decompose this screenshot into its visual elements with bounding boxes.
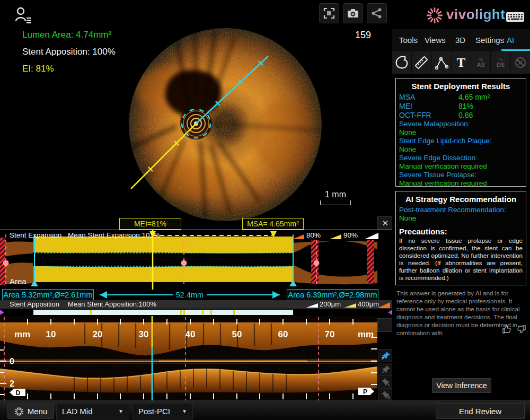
result-value-mei: 81% — [458, 102, 473, 111]
bottom-bar: Menu LAD Mid Post-PCI End Re — [0, 400, 530, 420]
apposition-bar — [33, 310, 293, 315]
angle-icon — [434, 55, 449, 70]
thumbs-down-icon — [516, 325, 526, 334]
apposition-strip — [0, 309, 392, 316]
recommendation-value: None — [399, 214, 523, 223]
chevron-down-icon — [182, 408, 187, 414]
recommendation-label: Post-treatment Recommendation: — [399, 206, 523, 214]
legend-400-label: 400μm — [358, 300, 379, 308]
angle-tool-button[interactable] — [432, 51, 451, 74]
strip-right-handle[interactable] — [388, 310, 392, 315]
thumbs-up-button[interactable] — [502, 325, 512, 336]
bookmark-delete-button[interactable] — [378, 388, 393, 401]
ruler-tick-70: 70 — [325, 329, 335, 339]
expansion-panel-close-button[interactable]: ✕ — [377, 216, 393, 230]
oct-cross-section-view[interactable] — [126, 25, 324, 224]
legend-400-wedge — [344, 303, 356, 308]
main-viewer: Lumen Area: 4.74mm² Stent Apposition: 10… — [0, 0, 392, 400]
share-icon — [371, 7, 383, 19]
area-axis-label: Area — [10, 277, 26, 286]
end-review-button[interactable]: End Review — [436, 403, 525, 419]
tab-ai[interactable]: AI — [507, 36, 514, 45]
svg-text:+: + — [382, 355, 384, 361]
result-label-octffr: OCT-FFR — [399, 111, 458, 120]
finding-label-edge-dissection: Severe Edge Dissection: — [399, 154, 523, 162]
lumen-area-readout: Lumen Area: 4.74mm² — [22, 27, 116, 43]
legend-100-wedge — [365, 233, 378, 239]
depth-tick-2: 2 — [10, 379, 14, 388]
vessel-segment-dropdown[interactable]: LAD Mid — [56, 403, 129, 419]
pushpin-delete-icon — [381, 390, 391, 400]
stent-expansion-panel[interactable]: Stent Expansion Mean Stent Expansion:101… — [0, 230, 392, 290]
keyboard-button[interactable] — [506, 11, 525, 23]
thumbs-down-button[interactable] — [516, 325, 526, 336]
area-stenosis-tool-button[interactable]: % AS — [471, 51, 490, 74]
patient-info-icon[interactable] — [14, 5, 34, 24]
ruler-tick-40: 40 — [186, 329, 196, 339]
precautions-body: If no severe tissue prolapse or edge dis… — [399, 237, 523, 282]
oct-review-app: Lumen Area: 4.74mm² Stent Apposition: 10… — [0, 0, 530, 420]
legend-200-wedge — [306, 303, 318, 308]
frame-number: 159 — [339, 30, 371, 41]
pushpin-add-icon: + — [381, 351, 391, 361]
distal-marker-label: D — [16, 389, 21, 397]
diameter-stenosis-tool-button[interactable]: % DS — [491, 51, 510, 74]
ruler-left-unit: mm — [14, 329, 30, 339]
view-inference-button[interactable]: View Inference — [432, 378, 491, 393]
results-title: Stent Deployment Results — [399, 82, 523, 91]
finding-value-lipid-plaque: None — [399, 145, 523, 154]
result-value-msa: 4.65 mm² — [458, 93, 490, 102]
share-button[interactable] — [367, 3, 387, 23]
fullscreen-button[interactable] — [319, 3, 339, 23]
result-label-msa: MSA — [399, 93, 458, 102]
brand-logo — [426, 7, 443, 24]
active-tab-underline — [501, 49, 530, 51]
text-annotation-tool-button[interactable]: T — [452, 51, 471, 74]
finding-value-tissue-prolapse: Manual verification required — [399, 179, 523, 188]
clear-measurements-button[interactable] — [511, 51, 530, 74]
oct-longitudinal-view[interactable]: mm 10 20 30 40 50 60 70 mm 0 2 — [0, 316, 377, 400]
snapshot-button[interactable] — [343, 3, 363, 23]
tab-3d[interactable]: 3D — [455, 36, 465, 45]
finding-value-malapposition: None — [399, 128, 523, 137]
ruler-tick-10: 10 — [46, 329, 56, 339]
proximal-marker-label: P — [363, 388, 367, 396]
menu-button[interactable]: Menu — [7, 404, 54, 419]
strategy-title: AI Strategy Recommendation — [399, 195, 523, 204]
as-label: AS — [477, 62, 485, 68]
add-bookmark-button[interactable]: + — [378, 349, 393, 362]
tab-bar: Tools Views 3D Settings AI — [392, 29, 530, 51]
tab-tools[interactable]: Tools — [399, 36, 418, 45]
procedure-stage-dropdown[interactable]: Post-PCI — [132, 403, 193, 419]
apposition-readout: Stent Apposition: 100% — [22, 43, 116, 60]
keyboard-icon — [506, 11, 525, 23]
ruler-icon — [414, 55, 429, 70]
brand-name: vivolight — [446, 6, 505, 23]
ruler-tool-button[interactable] — [412, 51, 431, 74]
ds-label: DS — [497, 62, 505, 68]
expansion-section-label: Stent Expansion — [10, 231, 61, 239]
menu-spinner-icon — [14, 407, 24, 416]
vivolight-spinner-icon — [426, 7, 443, 24]
stent-deployment-results-panel: Stent Deployment Results MSA4.65 mm² MEI… — [395, 78, 526, 187]
apposition-section-label: Stent Apposition — [10, 300, 59, 308]
camera-icon — [347, 7, 359, 19]
tab-settings[interactable]: Settings — [475, 36, 504, 45]
mei-callout: MEI=81% — [119, 218, 181, 230]
tab-views[interactable]: Views — [425, 36, 446, 45]
apposition-header: Stent Apposition Mean Stent Apposition:1… — [0, 300, 392, 309]
bookmark-prev-button[interactable] — [378, 363, 393, 376]
finding-value-edge-dissection: Manual verification required — [399, 162, 523, 171]
area-trace-tool-button[interactable] — [392, 51, 411, 74]
pushpin-prev-icon — [381, 365, 391, 374]
strip-left-handle[interactable] — [0, 310, 4, 315]
ruler-tick-50: 50 — [232, 329, 242, 339]
chevron-down-icon — [118, 408, 123, 414]
ruler-tick-30: 30 — [139, 329, 149, 339]
bookmark-next-button[interactable] — [378, 375, 393, 389]
longitudinal-close-button[interactable] — [377, 318, 393, 332]
scale-bar — [320, 200, 351, 205]
result-value-octffr: 0.88 — [458, 111, 473, 120]
pushpin-next-icon — [381, 378, 391, 387]
legend-90-label: 90% — [343, 231, 358, 239]
